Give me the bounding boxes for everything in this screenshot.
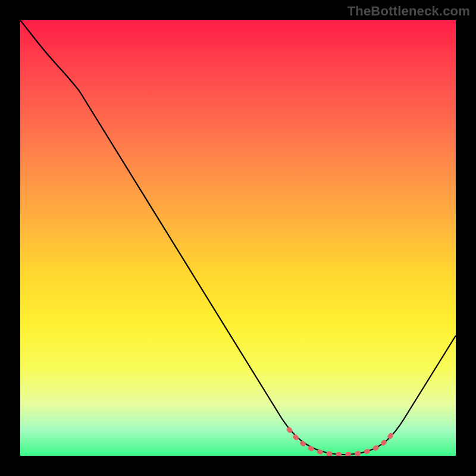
chart-frame: TheBottleneck.com xyxy=(0,0,476,476)
watermark-text: TheBottleneck.com xyxy=(347,4,470,19)
trough-path xyxy=(289,430,393,455)
plot-area xyxy=(20,20,456,456)
trough-marker xyxy=(20,20,456,456)
